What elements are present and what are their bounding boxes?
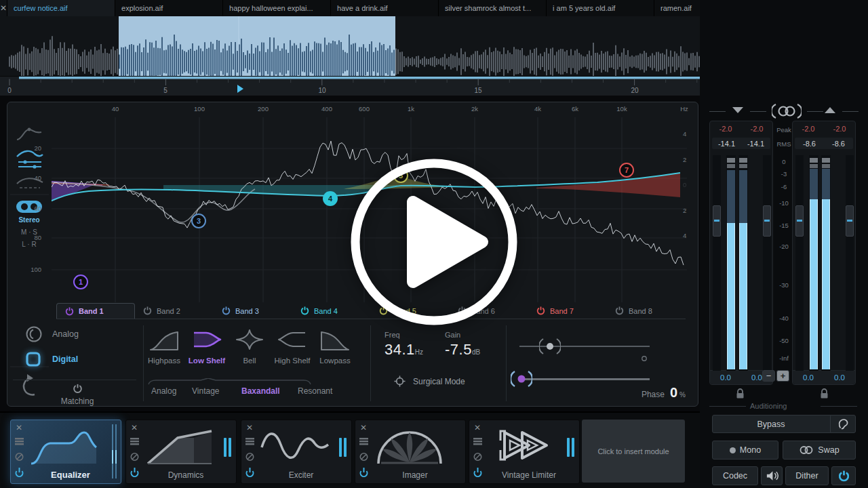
speaker-icon (766, 470, 778, 481)
eq-sliders-view-icon[interactable] (17, 151, 43, 157)
module-card-vintage-limiter[interactable]: ✕Vintage Limiter (469, 420, 580, 484)
power-icon[interactable] (65, 307, 74, 316)
filter-shape-low-shelf[interactable]: Low Shelf (186, 328, 228, 365)
phase-readout[interactable]: Phase 0 % (591, 385, 686, 401)
module-card-exciter[interactable]: ✕Exciter (241, 420, 352, 484)
file-tab-3[interactable]: happy halloween explai... (223, 0, 331, 16)
insert-module-slot[interactable]: Click to insert module (582, 420, 685, 483)
power-icon[interactable] (615, 306, 624, 315)
swap-button[interactable]: Swap (783, 441, 856, 460)
matching-button[interactable]: Matching (33, 384, 121, 406)
band-marker-3[interactable]: 3 (191, 214, 206, 228)
band-tab-7[interactable]: Band 7 (528, 303, 607, 319)
stereo-link-icon[interactable] (772, 102, 802, 120)
phase-slider-track[interactable] (518, 378, 650, 380)
file-tab-6[interactable]: i am 5 years old.aif (547, 0, 654, 16)
band-tab-8[interactable]: Band 8 (607, 303, 686, 319)
grid-icon[interactable] (245, 438, 254, 440)
file-tab-2[interactable]: explosion.aif (115, 0, 223, 16)
close-icon[interactable]: ✕ (0, 0, 7, 16)
gain-readout[interactable]: Gain -7.5dB (445, 331, 480, 359)
module-close-icon[interactable]: ✕ (360, 423, 367, 432)
lr-mode-label[interactable]: L · R (22, 241, 36, 248)
output-triangle-icon[interactable] (825, 107, 835, 113)
codec-button[interactable]: Codec (712, 466, 758, 485)
input-lock-icon[interactable] (735, 388, 745, 399)
gain-plus-button[interactable]: + (776, 370, 789, 382)
band-tab-3[interactable]: Band 3 (214, 303, 292, 319)
output-peak-readout[interactable]: -2.0-2.0 (793, 125, 855, 133)
output-gain-readout[interactable]: 0.00.0 (793, 370, 855, 384)
gain-minus-button[interactable]: − (762, 370, 775, 382)
fader-handle[interactable] (763, 205, 771, 237)
video-play-button[interactable] (342, 150, 526, 333)
digital-mode-button[interactable]: Digital (24, 350, 78, 369)
filter-shape-bell[interactable]: Bell (229, 328, 271, 365)
variant-resonant[interactable]: Resonant (298, 386, 332, 396)
output-rms-readout[interactable]: -8.6-8.6 (795, 138, 853, 149)
file-tab-1[interactable]: curfew notice.aif (7, 0, 115, 16)
band-marker-4[interactable]: 4 (323, 191, 338, 206)
filter-shape-highpass[interactable]: Highpass (143, 328, 185, 365)
module-close-icon[interactable]: ✕ (16, 423, 22, 432)
fader-handle[interactable] (846, 205, 854, 237)
module-power-icon[interactable] (132, 468, 138, 476)
dither-button[interactable]: Dither (785, 466, 829, 485)
play-cursor-icon[interactable] (237, 85, 243, 93)
variant-analog[interactable]: Analog (151, 386, 176, 396)
variant-baxandall[interactable]: Baxandall (241, 386, 280, 396)
meter-scale-label: -15 (773, 222, 795, 229)
freq-unit: Hz (415, 348, 423, 356)
ear-monitor-button[interactable] (830, 415, 856, 433)
band-marker-1[interactable]: 1 (73, 274, 88, 289)
phase-label: Phase (642, 390, 665, 399)
file-tab-4[interactable]: have a drink.aif (331, 0, 439, 16)
output-meter-group: -2.0-2.0 -8.6-8.6 0.00.0 (792, 121, 856, 385)
band-tab-1[interactable]: Band 1 (56, 303, 135, 319)
module-close-icon[interactable]: ✕ (246, 423, 253, 432)
module-card-imager[interactable]: ✕Imager (355, 420, 466, 484)
power-icon[interactable] (300, 306, 309, 315)
grid-icon[interactable] (473, 438, 482, 440)
module-power-icon[interactable] (16, 468, 23, 476)
analog-mode-button[interactable]: Analog (25, 325, 79, 343)
input-gain-r: 0.0 (751, 373, 762, 382)
module-power-icon[interactable] (475, 468, 481, 476)
filter-shape-lowpass[interactable]: Lowpass (314, 328, 356, 365)
q-slider-handle[interactable] (539, 336, 561, 357)
file-tab-5[interactable]: silver shamrock almost t... (439, 0, 547, 16)
fader-handle[interactable] (795, 205, 804, 237)
power-icon[interactable] (222, 306, 231, 315)
module-close-icon[interactable]: ✕ (131, 423, 138, 432)
input-peak-readout[interactable]: -2.0-2.0 (710, 125, 772, 133)
grid-icon[interactable] (130, 438, 139, 440)
band-marker-7[interactable]: 7 (619, 163, 634, 178)
meter-scale-label: -20 (773, 243, 795, 250)
filter-shape-icon (234, 328, 265, 352)
q-reset-dot[interactable] (641, 355, 648, 362)
surgical-mode-button[interactable]: Surgical Mode (394, 375, 465, 387)
variant-vintage[interactable]: Vintage (192, 386, 219, 396)
module-card-equalizer[interactable]: ✕Equalizer (10, 420, 121, 484)
power-icon[interactable] (536, 306, 545, 315)
band-tab-2[interactable]: Band 2 (135, 303, 214, 319)
filter-shape-high-shelf[interactable]: High Shelf (271, 328, 313, 365)
module-close-icon[interactable]: ✕ (474, 423, 481, 432)
input-triangle-icon[interactable] (732, 107, 743, 113)
mono-button[interactable]: Mono (712, 441, 778, 460)
dither-power-button[interactable] (831, 466, 856, 485)
grid-icon[interactable] (15, 438, 24, 440)
phase-slider-handle[interactable] (511, 369, 532, 389)
input-rms-readout[interactable]: -14.1-14.1 (712, 138, 770, 149)
fader-handle[interactable] (713, 205, 721, 237)
stereo-label[interactable]: Stereo (18, 216, 39, 224)
module-power-icon[interactable] (361, 468, 368, 476)
freq-readout[interactable]: Freq 34.1Hz (384, 331, 423, 359)
module-power-icon[interactable] (247, 468, 254, 476)
codec-speaker-button[interactable] (761, 466, 783, 485)
module-card-dynamics[interactable]: ✕Dynamics (125, 420, 237, 484)
grid-icon[interactable] (359, 438, 368, 440)
loop-extent-bar[interactable] (19, 77, 766, 79)
power-icon[interactable] (143, 306, 152, 315)
output-lock-icon[interactable] (819, 388, 829, 399)
